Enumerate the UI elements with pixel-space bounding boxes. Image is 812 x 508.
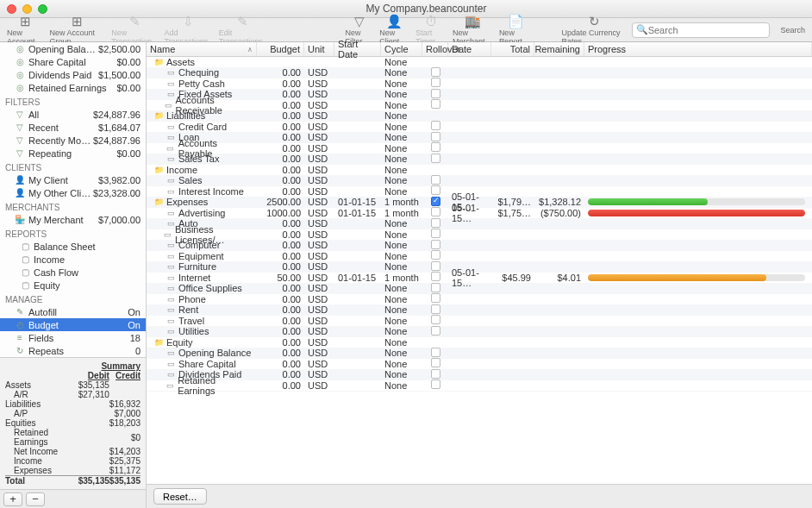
table-row[interactable]: ▭Rent 0.00 USD None [147, 305, 812, 317]
col-date[interactable]: Date [448, 42, 491, 56]
rollover-checkbox[interactable] [431, 207, 440, 216]
table-row[interactable]: ▭Sales 0.00 USD None [147, 176, 812, 187]
sidebar-manage-repeats[interactable]: ↻Repeats0 [0, 344, 146, 357]
col-total[interactable]: Total [491, 42, 534, 56]
rollover-checkbox[interactable] [431, 272, 440, 281]
remove-button[interactable]: − [26, 492, 45, 506]
row-icon: ▭ [166, 317, 176, 325]
sidebar-filter-item[interactable]: ▽Repeating$0.00 [0, 147, 146, 160]
sidebar-filter-item[interactable]: ▽Recent$1,684.07 [0, 121, 146, 134]
minimize-window-button[interactable] [22, 4, 32, 14]
sidebar-report-item[interactable]: ▢Balance Sheet [0, 240, 146, 253]
toolbar-new-account-group-button[interactable]: ⊞New Account Group [47, 15, 107, 46]
table-row[interactable]: 📁Assets None [147, 57, 812, 68]
toolbar-new-client-button[interactable]: 👤New Client [378, 15, 411, 46]
rollover-checkbox[interactable] [431, 121, 440, 130]
sidebar-merchant-item[interactable]: 🏪My Merchant$7,000.00 [0, 213, 146, 226]
table-row[interactable]: ▭Computer 0.00 USD None [147, 241, 812, 252]
toolbar-new-account-button[interactable]: ⊞New Account [5, 15, 45, 46]
table-row[interactable]: ▭Accounts Payable 0.00 USD None [147, 143, 812, 154]
table-row[interactable]: ▭Chequing 0.00 USD None [147, 68, 812, 79]
table-row[interactable]: ▭Sales Tax 0.00 USD None [147, 154, 812, 166]
col-progress[interactable]: Progress [584, 42, 812, 56]
table-row[interactable]: ▭Equipment 0.00 USD None [147, 251, 812, 262]
row-name: Liabilities [166, 110, 205, 121]
table-row[interactable]: 📁Liabilities 0.00 USD None [147, 111, 812, 122]
table-row[interactable]: ▭Utilities 0.00 USD None [147, 327, 812, 338]
rollover-checkbox[interactable] [431, 142, 440, 152]
table-row[interactable]: ▭Share Capital 0.00 USD None [147, 359, 812, 370]
zoom-window-button[interactable] [38, 4, 47, 14]
table-row[interactable]: ▭Travel 0.00 USD None [147, 316, 812, 327]
rollover-checkbox[interactable] [431, 185, 440, 195]
table-row[interactable]: ▭Retained Earnings 0.00 USD None [147, 380, 812, 392]
col-budget[interactable]: Budget [257, 42, 304, 56]
sidebar-manage-fields[interactable]: ≡Fields18 [0, 331, 146, 344]
table-row[interactable]: ▭Advertising 1000.00 USD 01-01-15 1 mont… [147, 208, 812, 219]
col-cycle[interactable]: Cycle [381, 42, 422, 56]
rollover-checkbox[interactable] [431, 261, 440, 271]
sidebar-filter-item[interactable]: ▽Recently Modified$24,887.96 [0, 134, 146, 147]
row-name: Phone [178, 294, 206, 304]
sidebar-client-item[interactable]: 👤My Other Client$23,328.00 [0, 186, 146, 199]
rollover-checkbox[interactable] [431, 218, 440, 228]
sidebar-account-item[interactable]: ◎Opening Balance$2,500.00 [0, 42, 146, 55]
rollover-checkbox[interactable] [431, 326, 440, 336]
rollover-checkbox[interactable] [431, 369, 440, 379]
add-button[interactable]: + [3, 492, 22, 506]
row-unit: USD [304, 122, 334, 132]
table-row[interactable]: ▭Petty Cash 0.00 USD None [147, 78, 812, 90]
rollover-checkbox[interactable] [431, 132, 440, 141]
rollover-checkbox[interactable] [431, 197, 440, 206]
toolbar-update-currency-rates-button[interactable]: ↻Update Currency Rates [560, 15, 629, 46]
toolbar-new-merchant-button[interactable]: 🏬New Merchant [451, 15, 495, 46]
rollover-checkbox[interactable] [431, 99, 440, 109]
rollover-checkbox[interactable] [431, 315, 440, 324]
rollover-checkbox[interactable] [431, 358, 440, 367]
rollover-checkbox[interactable] [431, 175, 440, 185]
sidebar-report-item[interactable]: ▢Cash Flow [0, 266, 146, 279]
table-row[interactable]: ▭Phone 0.00 USD None [147, 294, 812, 305]
sidebar-account-item[interactable]: ◎Retained Earnings$0.00 [0, 81, 146, 94]
table-row[interactable]: ▭Opening Balance 0.00 USD None [147, 348, 812, 360]
row-unit: USD [304, 229, 334, 240]
sidebar-manage-budget[interactable]: ◴BudgetOn [0, 318, 146, 331]
col-remaining[interactable]: Remaining [534, 42, 584, 56]
rollover-checkbox[interactable] [431, 348, 440, 357]
rollover-checkbox[interactable] [431, 240, 440, 249]
reset-button[interactable]: Reset… [153, 488, 207, 505]
sidebar-client-item[interactable]: 👤My Client$3,982.00 [0, 173, 146, 186]
row-cycle: None [381, 251, 422, 261]
rollover-checkbox[interactable] [431, 229, 440, 238]
sidebar-account-item[interactable]: ◎Share Capital$0.00 [0, 55, 146, 68]
table-row[interactable]: 📁Income 0.00 USD None [147, 165, 812, 176]
search-input[interactable] [648, 25, 767, 35]
rollover-checkbox[interactable] [431, 78, 440, 87]
search-field[interactable]: 🔍 [632, 22, 770, 38]
rollover-checkbox[interactable] [431, 154, 440, 163]
table-row[interactable]: ▭Accounts Receivable 0.00 USD None [147, 100, 812, 111]
sidebar-filter-item[interactable]: ▽All$24,887.96 [0, 108, 146, 121]
table-row[interactable]: 📁Equity 0.00 USD None [147, 337, 812, 348]
rollover-checkbox[interactable] [431, 250, 440, 260]
rollover-checkbox[interactable] [431, 379, 440, 389]
table-row[interactable]: ▭Business Licenses/… 0.00 USD None [147, 229, 812, 241]
rollover-checkbox[interactable] [431, 283, 440, 292]
col-name[interactable]: Name∧ [147, 42, 257, 56]
rollover-checkbox[interactable] [431, 89, 440, 98]
col-unit[interactable]: Unit [304, 42, 334, 56]
rollover-checkbox[interactable] [431, 293, 440, 303]
rollover-checkbox[interactable] [431, 304, 440, 314]
table-row[interactable]: ▭Credit Card 0.00 USD None [147, 122, 812, 133]
sidebar-account-item[interactable]: ◎Dividends Paid$1,500.00 [0, 68, 146, 81]
table-row[interactable]: ▭Internet 50.00 USD 01-01-15 1 month 05-… [147, 273, 812, 284]
sidebar-manage-autofill[interactable]: ✎AutofillOn [0, 305, 146, 318]
col-start-date[interactable]: Start Date [334, 42, 381, 56]
sidebar-report-item[interactable]: ▢Income [0, 253, 146, 266]
rollover-checkbox[interactable] [431, 67, 440, 77]
toolbar-new-report-button[interactable]: 📄New Report [497, 15, 534, 46]
sidebar-report-item[interactable]: ▢Equity [0, 279, 146, 292]
close-window-button[interactable] [7, 4, 16, 14]
row-icon: ▭ [164, 101, 173, 110]
col-rollover[interactable]: Rollover [422, 42, 448, 56]
